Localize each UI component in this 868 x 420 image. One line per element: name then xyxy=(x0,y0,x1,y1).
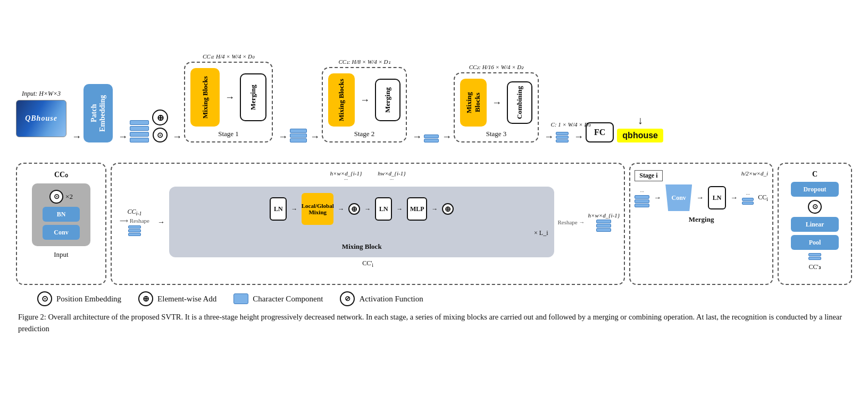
stack-1 xyxy=(130,120,149,142)
arrow-m1: → xyxy=(654,194,661,202)
legend: ⊙ Position Embedding ⊕ Element-wise Add … xyxy=(16,291,852,306)
linear-box: Linear xyxy=(791,217,839,232)
arrow-s1a: → xyxy=(225,92,235,103)
arrow-b1: → xyxy=(157,218,165,226)
activation-icon: ⊘ xyxy=(340,291,355,306)
li-label: × L_i xyxy=(534,229,548,237)
dim-cc0: CC₀: H/4 × W/4 × D₀ xyxy=(203,53,254,60)
position-embedding-symbol: ⊙ xyxy=(153,128,168,142)
top-diagram: Input: H×W×3 QBhouse → Patch Embedding →… xyxy=(16,10,852,158)
conv2-box: Conv xyxy=(43,225,80,240)
arrow-s3a: → xyxy=(492,97,502,108)
position-embedding-icon: ⊙ xyxy=(37,291,52,306)
bn-box: BN xyxy=(43,207,80,222)
arrow-3: → xyxy=(172,131,182,142)
dim-cc1: CC₁: H/8 × W/4 × D₁ xyxy=(338,58,390,65)
ln-merging: LN xyxy=(708,186,726,209)
mixing-block-label: Mixing Block xyxy=(342,242,382,251)
c-label-fc: C xyxy=(812,170,817,179)
stage1-label: Stage 1 xyxy=(218,130,239,138)
arrow-8: → xyxy=(544,131,554,142)
legend-position-embedding: ⊙ Position Embedding xyxy=(37,291,121,306)
input-label: Input: H×W×3 xyxy=(22,90,61,98)
element-wise-label: Element-wise Add xyxy=(157,295,216,304)
pool-box: Pool xyxy=(791,235,839,250)
character-component-label: Character Component xyxy=(253,295,323,304)
arrow-b5: → xyxy=(396,205,403,213)
arrow-down: ↓ xyxy=(638,114,643,127)
arrow-5: → xyxy=(310,131,320,142)
arrow-b3: → xyxy=(338,205,344,213)
legend-element-wise: ⊕ Element-wise Add xyxy=(138,291,216,306)
conv-box-merging: Conv xyxy=(665,184,692,211)
activation-label: Activation Function xyxy=(359,295,423,304)
cc-i-minus1-label: CCi-1 xyxy=(127,208,141,216)
arrow-m3: → xyxy=(730,194,738,202)
act-sym-fc: ⊙ xyxy=(808,200,822,214)
input-label-bottom: Input xyxy=(54,250,68,259)
input-image: QBhouse xyxy=(16,100,66,137)
arrow-4: → xyxy=(278,131,288,142)
merging-1: Merging xyxy=(240,73,266,121)
combining-1: Combining xyxy=(507,81,532,124)
stage2-label: Stage 2 xyxy=(354,130,375,138)
plus-circle-top: ⊕ xyxy=(152,110,168,125)
output-text: qbhouse xyxy=(617,129,663,142)
cc-i-label: CCi xyxy=(758,194,768,202)
legend-activation: ⊘ Activation Function xyxy=(340,291,423,306)
position-embedding-label: Position Embedding xyxy=(56,295,121,304)
mixing-blocks-1: Mixing Blocks xyxy=(190,68,220,127)
arrow-9: → xyxy=(574,131,583,142)
dim-cc2: CC₂: H/16 × W/4 × D₂ xyxy=(469,64,524,71)
plus-circle-b2: ⊕ xyxy=(442,203,454,215)
local-global-box: Local/Global Mixing xyxy=(302,193,333,225)
legend-character-component: Character Component xyxy=(233,293,323,304)
activation-sym-cc0: ⊙ xyxy=(49,190,63,204)
stack-2 xyxy=(290,129,307,142)
character-component-icon xyxy=(233,293,248,304)
x2-label: ×2 xyxy=(65,192,73,201)
cc-prime3-label: CC'₃ xyxy=(808,263,821,271)
merging-2: Merging xyxy=(375,79,400,121)
dim-hwd2: hw×d_{i-1} xyxy=(378,170,405,177)
stack-flat xyxy=(556,132,569,142)
arrow-s2a: → xyxy=(360,95,370,106)
ln-box-1: LN xyxy=(270,197,287,221)
dim-hwd3: h×w×d_{i-1} xyxy=(588,212,620,219)
stage-i-box: Stage i xyxy=(635,170,662,181)
dim-hwd: h×w×d_{i-1} xyxy=(330,170,362,177)
arrow-m2: → xyxy=(696,194,704,202)
ln-box-2: LN xyxy=(375,197,392,221)
stage3-label: Stage 3 xyxy=(486,130,507,138)
dropout-box: Dropout xyxy=(791,182,839,197)
cc-prime-i-label: CC'i xyxy=(362,259,373,268)
mixing-blocks-2: Mixing Blocks xyxy=(328,73,355,127)
merging-label-bottom: Merging xyxy=(689,215,714,224)
cc0-label-bottom: CC₀ xyxy=(54,170,68,179)
arrow-b4: → xyxy=(364,205,371,213)
mixing-blocks-3: Mixing Blocks xyxy=(460,79,487,127)
arrow-b2: → xyxy=(291,205,297,213)
plus-circle-b1: ⊕ xyxy=(348,203,360,215)
mlp-box: MLP xyxy=(407,197,427,221)
arrow-1: → xyxy=(72,131,81,142)
patch-embedding-box: Patch Embedding xyxy=(84,84,113,142)
arrow-2: → xyxy=(118,131,128,142)
arrow-6: → xyxy=(412,131,422,142)
diagram-wrapper: Input: H×W×3 QBhouse → Patch Embedding →… xyxy=(11,5,857,339)
stack-3 xyxy=(424,135,439,142)
element-wise-icon: ⊕ xyxy=(138,291,153,306)
arrow-7: → xyxy=(442,131,452,142)
dim-c: C: 1 × W/4 × D₃ xyxy=(551,121,591,128)
arrow-b6: → xyxy=(431,205,438,213)
caption: Figure 2: Overall architecture of the pr… xyxy=(16,312,852,335)
dim-h2wdi: h/2×w×d_i xyxy=(741,170,768,177)
